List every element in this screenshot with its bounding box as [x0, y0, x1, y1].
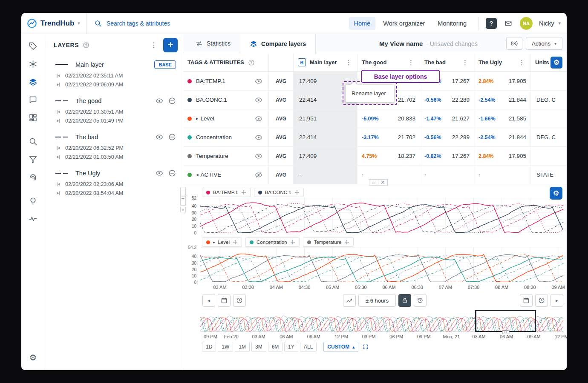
good-layer-kebab[interactable]: ⋮ — [406, 59, 415, 66]
lower-trend-chart[interactable] — [200, 247, 563, 282]
tag-cell[interactable]: Temperature — [183, 147, 268, 165]
aggregation-cell[interactable]: AVG — [268, 128, 293, 146]
range-1y-button[interactable]: 1Y — [284, 342, 298, 352]
collapse-caret-icon[interactable]: ◂ — [196, 172, 199, 177]
eye-icon[interactable] — [255, 152, 262, 160]
layer-item-the-bad[interactable]: The bad 02/20/2022 06:32:52 PM 02/21/202… — [45, 126, 183, 162]
eye-icon[interactable] — [255, 77, 262, 85]
comments-icon[interactable] — [25, 92, 42, 108]
aggregation-cell[interactable]: AVG — [268, 72, 293, 90]
user-menu-caret-icon[interactable]: ▾ — [558, 20, 561, 26]
tab-statistics[interactable]: Statistics — [186, 34, 240, 53]
layers-menu-kebab[interactable]: ⋮ — [148, 39, 160, 51]
legend-chip[interactable]: BA:TEMP.1 — [202, 188, 251, 197]
legend-chip[interactable]: Temperature — [303, 237, 354, 247]
time-range-button[interactable]: ± 6 hours — [358, 294, 396, 307]
actions-button[interactable]: Actions▾ — [526, 37, 562, 50]
lock-range-button[interactable] — [398, 294, 411, 307]
avatar[interactable]: NA — [520, 17, 533, 30]
search-rail-icon[interactable] — [25, 134, 42, 149]
range-3m-button[interactable]: 3M — [251, 342, 266, 352]
layer-visibility-icon[interactable] — [156, 169, 163, 177]
chart-scrollbar[interactable]: × — [180, 188, 186, 212]
user-name[interactable]: Nicky — [539, 20, 554, 27]
time-selection-window[interactable] — [475, 310, 536, 332]
menu-item-rename-layer[interactable]: Rename layer — [352, 90, 386, 97]
layer-visibility-icon[interactable] — [156, 133, 163, 141]
dashboards-icon[interactable] — [25, 110, 42, 126]
add-layer-button[interactable]: + — [163, 38, 178, 52]
legend-chip[interactable]: Concentration — [245, 237, 300, 247]
layer-item-the-ugly[interactable]: The Ugly 02/20/2022 02:23:06 AM 02/20/20… — [45, 162, 183, 198]
move-icon[interactable] — [294, 190, 300, 195]
tag-cell[interactable]: ▸ Level — [183, 109, 268, 128]
remove-layer-icon[interactable] — [168, 133, 176, 141]
legend-chip[interactable]: ▸ Level — [202, 237, 242, 247]
brand-caret-icon[interactable]: ▾ — [78, 20, 80, 26]
broadcast-button[interactable] — [506, 37, 522, 50]
chart-settings-gear-icon[interactable]: ⚙ — [550, 187, 562, 200]
fingerprint-icon[interactable] — [25, 169, 42, 185]
eye-icon[interactable] — [255, 96, 262, 104]
eye-icon[interactable] — [255, 115, 262, 123]
layer-item-main[interactable]: Main layer BASE 02/21/2022 02:35:11 AM 0… — [45, 53, 183, 89]
aggregation-cell[interactable]: AVG — [268, 166, 293, 184]
aggregation-cell[interactable]: AVG — [268, 91, 293, 109]
remove-layer-icon[interactable] — [168, 169, 176, 177]
settings-gear-icon[interactable]: ⚙ — [25, 349, 42, 365]
compare-trend-button[interactable] — [343, 294, 356, 307]
move-icon[interactable] — [290, 240, 295, 245]
context-icon[interactable] — [25, 56, 42, 72]
tab-compare-layers[interactable]: Compare layers — [240, 34, 316, 54]
filter-icon[interactable] — [25, 151, 42, 167]
tags-icon[interactable] — [25, 38, 42, 54]
tag-cell[interactable]: ◂ ACTIVE — [183, 166, 268, 184]
time-button[interactable] — [535, 294, 548, 307]
monitors-icon[interactable] — [25, 211, 42, 227]
bad-layer-kebab[interactable]: ⋮ — [461, 59, 470, 66]
range-1d-button[interactable]: 1D — [202, 342, 216, 352]
eye-off-icon[interactable] — [255, 171, 262, 179]
legend-chip[interactable]: BA:CONC.1 — [254, 188, 304, 197]
layer-item-the-good[interactable]: The good 02/20/2022 10:30:51 AM 02/20/20… — [45, 89, 183, 126]
ideas-icon[interactable] — [25, 193, 42, 209]
range-1w-button[interactable]: 1W — [218, 342, 233, 352]
step-forward-button[interactable]: ▸ — [551, 294, 563, 307]
move-icon[interactable] — [241, 190, 246, 195]
tag-cell[interactable]: BA:CONC.1 — [183, 91, 268, 109]
aggregation-cell[interactable]: AVG — [268, 147, 293, 165]
time-button[interactable] — [233, 294, 246, 307]
expand-range-button[interactable] — [360, 342, 371, 352]
nav-monitoring[interactable]: Monitoring — [432, 17, 472, 30]
nav-work-organizer[interactable]: Work organizer — [378, 17, 430, 30]
range-custom-button[interactable]: CUSTOM▴ — [323, 342, 358, 352]
table-settings-gear-icon[interactable]: ⚙ — [551, 57, 562, 69]
help-circle-icon[interactable] — [248, 59, 255, 66]
layer-visibility-icon[interactable] — [156, 97, 163, 105]
move-icon[interactable] — [233, 240, 238, 245]
upper-trend-chart[interactable] — [200, 198, 563, 233]
close-icon[interactable]: × — [378, 179, 388, 186]
range-all-button[interactable]: ALL — [300, 342, 317, 352]
overview-chart[interactable] — [200, 311, 563, 332]
help-icon[interactable]: ? — [486, 18, 497, 29]
nav-home[interactable]: Home — [349, 17, 376, 30]
aggregation-cell[interactable]: AVG — [268, 109, 293, 128]
main-layer-kebab[interactable]: ⋮ — [344, 59, 353, 66]
help-circle-icon[interactable] — [83, 42, 89, 49]
layers-icon[interactable] — [25, 74, 42, 90]
eye-icon[interactable] — [255, 134, 262, 141]
expand-caret-icon[interactable]: ▸ — [196, 116, 199, 121]
selection-drag-handle[interactable] — [502, 330, 509, 334]
close-icon[interactable]: × — [180, 207, 186, 212]
splitter-handle[interactable]: × — [369, 179, 388, 186]
step-back-button[interactable]: ◂ — [202, 294, 215, 307]
history-button[interactable] — [414, 294, 427, 307]
ugly-layer-kebab[interactable]: ⋮ — [517, 59, 526, 66]
tag-cell[interactable]: BA:TEMP.1 — [183, 72, 268, 90]
calendar-button[interactable] — [520, 294, 533, 307]
calendar-button[interactable] — [218, 294, 231, 307]
move-icon[interactable] — [344, 240, 349, 245]
remove-layer-icon[interactable] — [168, 97, 176, 105]
tag-cell[interactable]: Concentration — [183, 128, 268, 146]
